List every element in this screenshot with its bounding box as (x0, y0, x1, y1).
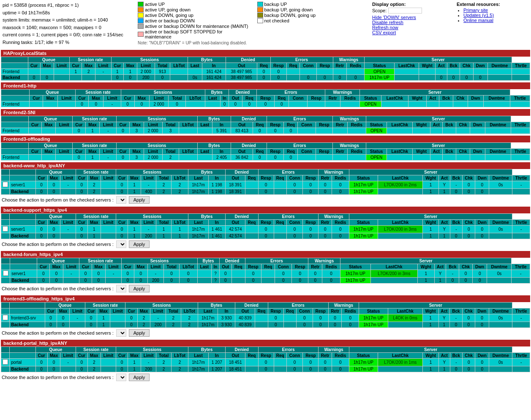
table-row: Backend000201200221h17m1 20718 451000001… (1, 366, 530, 372)
th-name (10, 213, 35, 219)
table-frontend3-offloading: QueueSession rateSessionsBytesDeniedErro… (1, 142, 530, 161)
action-select-backend-support-https-ipv4[interactable] (116, 240, 126, 248)
online-manual-link[interactable]: Online manual (463, 18, 493, 23)
action-select-backend-forum-https-ipv4[interactable] (116, 285, 126, 292)
legend-item: active DOWN, going up (138, 13, 249, 18)
th-warnings: Warnings (308, 258, 340, 264)
table-backend-support-https-ipv4: QueueSession rateSessionsBytesDeniedErro… (1, 213, 530, 239)
action-select-backend-www-http-ipvany[interactable] (116, 196, 126, 204)
hide-down-link[interactable]: Hide 'DOWN' servers (372, 15, 416, 20)
th-warnings: Warnings (333, 116, 366, 122)
status-badge: 1h17m UP (365, 74, 395, 80)
th-bytes: Bytes (197, 258, 219, 264)
scope-input[interactable] (388, 8, 422, 14)
action-select-frontend3-offloading-https-ipv4[interactable] (116, 329, 126, 337)
primary-site-link[interactable]: Primary site (463, 8, 488, 13)
row-name: Backend (10, 188, 35, 194)
legend-item: active UP, going down (138, 7, 249, 12)
table-backend-forum-https-ipv4: QueueSession rateSessionsBytesDeniedErro… (1, 258, 530, 284)
display-option-label: Display option: (372, 2, 452, 7)
th-session-rate: Session rate (76, 169, 116, 175)
action-label: Choose the action to perform on the chec… (2, 286, 114, 291)
apply-button-backend-www-http-ipvany[interactable]: Apply (129, 196, 150, 204)
th-sessions: Sessions (116, 213, 188, 219)
th-queue: Queue (28, 116, 72, 122)
apply-button-frontend3-offloading-https-ipv4[interactable]: Apply (129, 329, 150, 337)
lastchk-cell: L4OK in 0ms (388, 314, 422, 322)
status-badge: OPEN (366, 128, 387, 134)
th-errors: Errors (245, 258, 308, 264)
apply-button-backend-portal-http-ipvany[interactable]: Apply (129, 374, 150, 381)
row-checkbox-0[interactable] (3, 315, 8, 320)
section-title-backend-forum-https-ipv4: backend-forum_https_ipv4 (1, 251, 530, 258)
table-row: Frontend12-112 000913161 42438 497 98500… (1, 68, 530, 74)
limits-line: system limits: memmax = unlimited; ulimi… (3, 16, 133, 24)
csv-export-link[interactable]: CSV export (372, 30, 396, 35)
th-server: Server (365, 57, 512, 63)
row-name: frontend3-srv (10, 314, 45, 322)
refresh-now-link[interactable]: Refresh now (372, 25, 398, 30)
legend-item: not checked (257, 18, 368, 23)
section-title-backend-support-https-ipv4: backend-support_https_ipv4 (1, 207, 530, 213)
legend-item: active UP (138, 2, 249, 7)
th-errors: Errors (258, 213, 319, 219)
disable-refresh-link[interactable]: Disable refresh (372, 20, 403, 25)
section-title-haproxy-local-stats: HAProxyLocalStats (1, 50, 530, 57)
th-warnings: Warnings (319, 213, 349, 219)
status-badge: 1h17m UP (349, 233, 378, 239)
section-backend-support-https-ipv4: backend-support_https_ipv4QueueSession r… (1, 207, 530, 249)
th-session-rate: Session rate (76, 213, 116, 219)
lastchk-cell (387, 154, 413, 160)
action-row-backend-support-https-ipv4: Choose the action to perform on the chec… (1, 239, 530, 249)
th-errors: Errors (258, 346, 319, 352)
row-name: server1 (10, 270, 37, 277)
th-name (1, 116, 29, 122)
row-name: portal (10, 358, 35, 366)
row-checkbox-0[interactable] (3, 226, 8, 232)
lastchk-cell: L7OK/200 in 3ms (370, 270, 417, 277)
row-checkbox-0[interactable] (3, 270, 8, 276)
section-title-frontend3-offloading: Frontend3-offloading (1, 136, 530, 142)
table-frontend1-http: QueueSession rateSessionsBytesDeniedErro… (1, 89, 530, 107)
section-title-backend-www-http-ipvany: backend-www_http_ipvANY (1, 162, 530, 169)
table-backend-portal-http-ipvany: QueueSession rateSessionsBytesDeniedErro… (1, 346, 530, 372)
th-sessions: Sessions (116, 169, 188, 175)
th-server: Server (360, 89, 510, 95)
th-bytes: Bytes (205, 89, 229, 95)
th-bytes: Bytes (188, 57, 226, 63)
section-frontend1-http: Frontend1-httpQueueSession rateSessionsB… (1, 82, 530, 107)
status-badge: 1h17m UP (349, 358, 378, 366)
th-denied: Denied (219, 258, 245, 264)
status-badge: 1h17m UP (359, 322, 388, 327)
th-name (1, 142, 29, 148)
th-sessions: Sessions (116, 346, 188, 352)
th-denied: Denied (231, 116, 267, 122)
apply-button-backend-support-https-ipv4[interactable]: Apply (129, 240, 150, 248)
th-sessions: Sessions (111, 57, 188, 63)
th-sessions: Sessions (117, 142, 197, 148)
row-name: Backend (10, 233, 35, 239)
action-row-backend-forum-https-ipv4: Choose the action to perform on the chec… (1, 284, 530, 294)
th-errors: Errors (258, 169, 319, 175)
th-session-rate: Session rate (73, 116, 117, 122)
th-warnings: Warnings (319, 169, 349, 175)
table-row: frontend3-srv00-0102-221h17m3 93040 8390… (1, 314, 530, 322)
status-badge: 1h17m UP (349, 225, 378, 233)
status-badge: 1h17m UP (340, 277, 370, 283)
th-server: Server (349, 213, 512, 219)
section-haproxy-local-stats: HAProxyLocalStatsQueueSession rateSessio… (1, 50, 530, 81)
th-sessions: Sessions (125, 302, 198, 308)
section-title-frontend2-sni: Frontend2-SNI (1, 109, 530, 116)
th-queue: Queue (37, 258, 79, 264)
apply-button-backend-forum-https-ipv4[interactable]: Apply (129, 285, 150, 292)
conns-line: current conns = 1; current pipes = 0/0; … (3, 31, 133, 39)
maxsock-line: maxsock = 1040; maxconn = 500; maxpipes … (3, 24, 133, 32)
action-row-frontend3-offloading-https-ipv4: Choose the action to perform on the chec… (1, 328, 530, 338)
action-select-backend-portal-http-ipvany[interactable] (116, 374, 126, 381)
updates-link[interactable]: Updates (v1.5) (463, 13, 494, 18)
lastchk-cell (387, 128, 413, 134)
row-checkbox-0[interactable] (3, 182, 8, 187)
th-errors: Errors (270, 57, 333, 63)
status-badge: OPEN (360, 101, 381, 107)
row-checkbox-0[interactable] (3, 359, 8, 365)
